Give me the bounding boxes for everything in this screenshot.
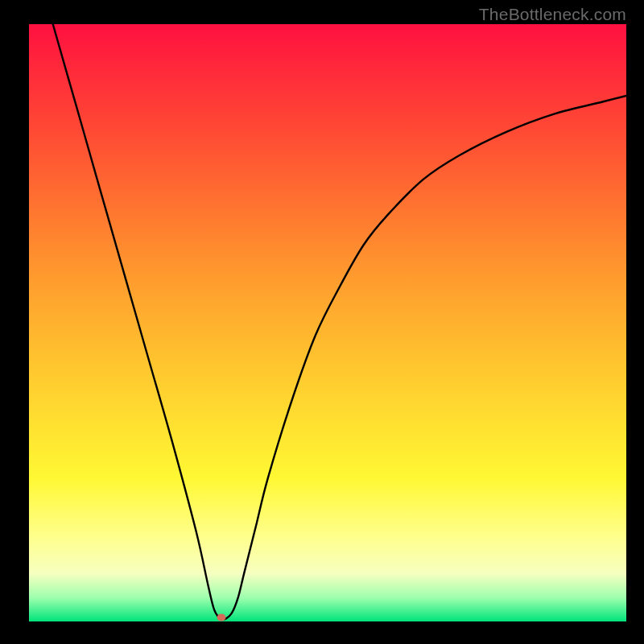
optimal-point-marker xyxy=(217,613,225,621)
bottleneck-curve xyxy=(29,24,626,621)
plot-area xyxy=(29,24,626,621)
watermark-text: TheBottleneck.com xyxy=(479,5,626,24)
